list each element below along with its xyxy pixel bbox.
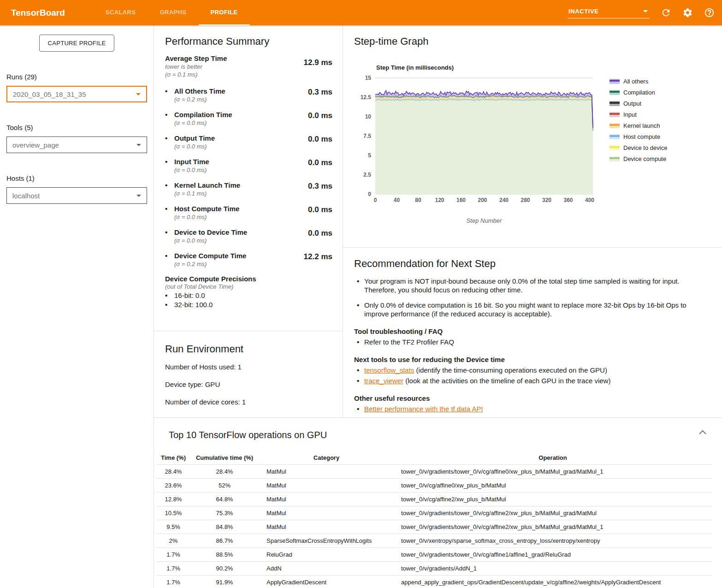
metric-item: •Device to Device Time(σ = 0.0 ms)0.0 ms <box>165 228 343 244</box>
run-environment-lines: Number of Hosts used: 1Device type: GPUN… <box>165 363 331 406</box>
metric-item: •Output Time(σ = 0.0 ms)0.0 ms <box>165 134 343 150</box>
metric-item: •All Others Time(σ = 0.2 ms)0.3 ms <box>165 87 343 103</box>
chevron-up-icon <box>699 430 706 434</box>
table-cell: tower_0/v/cg/affine2/xw_plus_b/MatMul <box>394 493 712 506</box>
table-cell: tower_0/v/cg/affine0/xw_plus_b/MatMul <box>394 479 712 493</box>
hosts-dropdown-value: localhost <box>12 192 40 200</box>
table-cell: 1.7% <box>157 562 190 576</box>
step-time-chart: Step Time (in milliseconds) 02.557.51012… <box>354 64 605 224</box>
tab-graphs[interactable]: GRAPHS <box>148 0 198 25</box>
next-tool-item: trace_viewer (look at the activities on … <box>354 376 704 385</box>
column-header: Cumulative time (%) <box>190 451 259 465</box>
status-dropdown-value: INACTIVE <box>568 8 598 15</box>
chevron-down-icon <box>136 144 141 146</box>
collapse-section-button[interactable] <box>697 428 708 436</box>
top-nav: TensorBoard SCALARS GRAPHS PROFILE INACT… <box>0 0 722 25</box>
column-header: Operation <box>394 451 712 465</box>
refresh-button[interactable] <box>661 7 671 18</box>
table-row: 9.5%84.8%MatMultower_0/v/gradients/tower… <box>157 520 712 534</box>
chart-title: Step Time (in milliseconds) <box>376 64 605 71</box>
table-cell: 28.4% <box>157 465 190 479</box>
legend-swatch <box>610 79 620 84</box>
legend-swatch <box>610 156 620 161</box>
resource-item: Better performance with the tf.data API <box>354 404 704 413</box>
tools-dropdown[interactable]: overview_page <box>6 137 147 153</box>
legend-swatch <box>610 123 620 128</box>
faq-bullets: Refer to the TF2 Profiler FAQ <box>354 338 704 346</box>
svg-text:40: 40 <box>394 197 400 203</box>
svg-text:200: 200 <box>478 197 487 203</box>
svg-text:12.5: 12.5 <box>361 94 372 101</box>
hosts-label: Hosts (1) <box>6 174 147 182</box>
tool-link[interactable]: tensorflow_stats <box>364 366 414 374</box>
table-cell: append_apply_gradient_ops/GradientDescen… <box>394 576 712 588</box>
top-ops-table: Time (%)Cumulative time (%)CategoryOpera… <box>157 451 712 588</box>
svg-text:240: 240 <box>499 197 509 203</box>
table-cell: MatMul <box>259 493 394 506</box>
table-cell: 88.5% <box>190 548 259 562</box>
runs-dropdown-value: 2020_03_05_18_31_35 <box>13 90 86 98</box>
table-row: 10.5%75.3%MatMultower_0/v/gradients/towe… <box>157 506 712 520</box>
svg-text:15: 15 <box>365 75 372 81</box>
legend-swatch <box>610 112 620 117</box>
table-cell: tower_0/v/gradients/AddN_1 <box>394 562 712 576</box>
svg-text:120: 120 <box>435 197 444 203</box>
table-row: 1.7%88.5%ReluGradtower_0/v/gradients/tow… <box>157 548 712 562</box>
other-resources-list: Better performance with the tf.data API <box>354 404 704 413</box>
legend-item: All others <box>610 78 667 85</box>
recommendation-bullets: Your program is NOT input-bound because … <box>354 277 704 318</box>
table-cell: MatMul <box>259 465 394 479</box>
table-cell: tower_0/v/gradients/tower_0/v/cg/affine0… <box>394 465 712 479</box>
table-cell: 12.8% <box>157 493 190 506</box>
table-cell: 28.4% <box>190 465 259 479</box>
hosts-dropdown[interactable]: localhost <box>6 187 147 204</box>
metric-label: Average Step Time <box>165 54 227 63</box>
table-cell: 1.7% <box>157 576 190 588</box>
table-cell: 64.8% <box>190 493 259 506</box>
metric-item: •Input Time(σ = 0.0 ms)0.0 ms <box>165 157 343 174</box>
top-ops-section: Top 10 TensorFlow operations on GPU Time… <box>154 417 722 588</box>
tool-link[interactable]: trace_viewer <box>364 377 403 385</box>
table-row: 1.7%90.2%AddNtower_0/v/gradients/AddN_1 <box>157 562 712 576</box>
help-button[interactable] <box>704 7 715 18</box>
stacked-area-chart: 02.557.51012.515040801201602002402803203… <box>354 75 605 204</box>
table-cell: MatMul <box>259 479 394 493</box>
table-cell: tower_0/v/xentropy/sparse_softmax_cross_… <box>394 534 712 548</box>
svg-text:0: 0 <box>368 191 371 197</box>
metric-item: •Kernel Launch Time(σ = 0.1 ms)0.3 ms <box>165 181 343 197</box>
table-cell: ApplyGradientDescent <box>259 576 394 588</box>
svg-text:160: 160 <box>456 197 466 203</box>
tab-profile[interactable]: PROFILE <box>199 0 250 25</box>
run-env-line: Device type: GPU <box>165 380 331 388</box>
settings-button[interactable] <box>682 7 693 18</box>
tab-scalars[interactable]: SCALARS <box>94 0 148 25</box>
table-cell: ReluGrad <box>259 548 394 562</box>
svg-text:0: 0 <box>374 197 377 203</box>
faq-title: Tool troubleshooting / FAQ <box>354 327 704 335</box>
table-cell: 10.5% <box>157 506 190 520</box>
runs-dropdown[interactable]: 2020_03_05_18_31_35 <box>6 86 147 102</box>
resource-link[interactable]: Better performance with the tf.data API <box>364 405 483 413</box>
precisions-note: (out of Total Device Time) <box>165 283 343 290</box>
legend-item: Input <box>610 111 667 118</box>
refresh-icon <box>661 7 671 18</box>
sidebar: CAPTURE PROFILE Runs (29) 2020_03_05_18_… <box>0 25 154 588</box>
metric-note: lower is better <box>165 63 227 71</box>
table-cell: AddN <box>259 562 394 576</box>
status-dropdown[interactable]: INACTIVE <box>568 7 650 18</box>
table-row: 2%86.7%SparseSoftmaxCrossEntropyWithLogi… <box>157 534 712 548</box>
legend-item: Compilation <box>610 89 667 96</box>
chevron-down-icon <box>136 93 141 95</box>
legend-item: Device compute <box>610 155 667 162</box>
table-cell: 91.9% <box>190 576 259 588</box>
table-row: 1.7%91.9%ApplyGradientDescentappend_appl… <box>157 576 712 588</box>
run-env-line: Number of device cores: 1 <box>165 398 331 406</box>
table-cell: 1.7% <box>157 548 190 562</box>
table-cell: tower_0/v/gradients/tower_0/v/cg/affine2… <box>394 506 712 520</box>
step-time-graph-title: Step-time Graph <box>354 36 722 48</box>
run-environment-section: Run Environment Number of Hosts used: 1D… <box>154 331 343 416</box>
next-tools-title: Next tools to use for reducing the Devic… <box>354 356 704 363</box>
capture-profile-button[interactable]: CAPTURE PROFILE <box>39 35 115 52</box>
svg-text:320: 320 <box>542 197 551 203</box>
legend-item: Output <box>610 100 667 107</box>
